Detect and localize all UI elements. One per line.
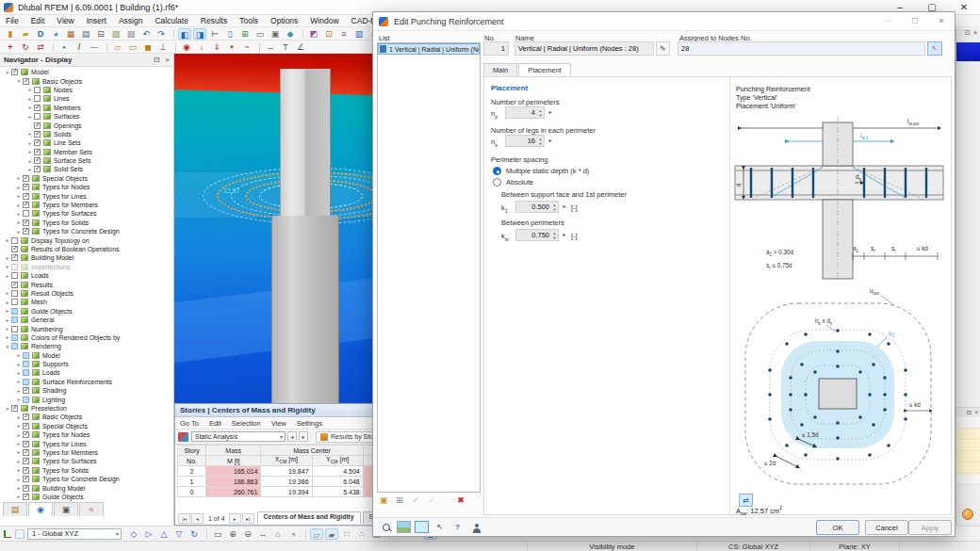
new-model-icon[interactable]: ▮: [4, 28, 17, 40]
checkbox[interactable]: [34, 113, 41, 120]
new-item-icon[interactable]: ▣: [377, 494, 390, 506]
tree-item[interactable]: ▸ Surfaces: [0, 112, 173, 121]
rotate-icon[interactable]: ↻: [19, 41, 32, 53]
prev-case-button[interactable]: ◂: [287, 431, 297, 442]
close-icon[interactable]: ×: [928, 12, 955, 30]
pick-nodes-button[interactable]: ↖: [927, 41, 942, 56]
expander-icon[interactable]: ▸: [15, 219, 23, 225]
checkbox[interactable]: [34, 149, 41, 155]
tree-item[interactable]: ▸ Types for Members: [0, 201, 173, 209]
view-in-y-icon[interactable]: △: [157, 528, 171, 540]
ksr-spinner[interactable]: 0.750 ▴▾: [515, 229, 559, 241]
tree-item[interactable]: ▸ Types for Nodes: [0, 430, 173, 439]
close-icon[interactable]: ×: [165, 56, 170, 64]
imperfection-icon[interactable]: ~: [240, 41, 253, 53]
separator[interactable]: [106, 42, 107, 52]
spinner-arrows-icon[interactable]: ▴▾: [551, 231, 558, 240]
expander-icon[interactable]: ▸: [26, 149, 34, 154]
expander-icon[interactable]: ▸: [15, 388, 23, 394]
support-contact-icon[interactable]: [468, 521, 482, 533]
tree-item[interactable]: ▸ General: [0, 316, 173, 324]
apply-button[interactable]: Apply: [908, 520, 952, 535]
open-file-icon[interactable]: ▰: [19, 28, 32, 40]
redo-icon[interactable]: ↷: [155, 28, 168, 40]
expander-icon[interactable]: ▸: [15, 229, 23, 235]
tree-item[interactable]: ▸ Types for Lines: [0, 191, 173, 200]
spinner-arrows-icon[interactable]: ▴▾: [537, 108, 544, 118]
panel-icon[interactable]: ▣: [269, 28, 282, 40]
expander-icon[interactable]: ▸: [15, 414, 23, 420]
expander-icon[interactable]: ▸: [4, 308, 11, 314]
expander-icon[interactable]: ▸: [4, 300, 11, 305]
radio-multiple-label[interactable]: Multiple static depth (k * d): [506, 167, 589, 175]
rename-button[interactable]: ✎: [656, 41, 670, 56]
expander-icon[interactable]: ▸: [15, 362, 23, 367]
checkbox[interactable]: [11, 69, 18, 75]
expander-icon[interactable]: ▸: [4, 317, 11, 323]
tree-item[interactable]: ▸ Types for Members: [0, 448, 173, 457]
tree-item[interactable]: ▾ Model: [0, 68, 173, 76]
separator[interactable]: [173, 29, 174, 39]
checkbox[interactable]: [11, 334, 18, 341]
archive-icon[interactable]: ▦: [64, 28, 77, 40]
cell-xcm[interactable]: 19.394: [261, 487, 312, 497]
checkbox[interactable]: [23, 210, 29, 217]
analysis-select[interactable]: Static Analysis ▾: [191, 431, 286, 442]
expander-icon[interactable]: ▸: [15, 379, 23, 384]
tree-item[interactable]: ▸ Building Model: [0, 483, 173, 492]
navigator-tab-display[interactable]: ◉: [28, 502, 53, 516]
zoom-window-icon[interactable]: ▭: [211, 528, 224, 540]
expander-icon[interactable]: ▸: [26, 131, 34, 137]
cancel-button[interactable]: Cancel: [865, 520, 908, 535]
col-header-mass-center[interactable]: Mass Center: [261, 446, 363, 456]
dlubal-center-icon[interactable]: D: [34, 28, 47, 40]
spinner-arrows-icon[interactable]: ▴▾: [537, 137, 544, 146]
tree-item[interactable]: ▸ Building Model: [0, 253, 173, 262]
checkbox[interactable]: [23, 494, 29, 500]
tree-item[interactable]: ▸ Types for Surfaces: [0, 209, 173, 218]
tree-item[interactable]: ▸ Numbering: [0, 324, 173, 332]
pin-icon[interactable]: ⊡: [154, 56, 160, 64]
surface-load-icon[interactable]: ▼: [225, 41, 238, 53]
expander-icon[interactable]: ▸: [15, 203, 23, 208]
tree-item[interactable]: ▸ Surface Reinforcements: [0, 378, 173, 386]
expander-icon[interactable]: ▸: [15, 211, 23, 217]
tree-item[interactable]: ▸ Basic Objects: [0, 413, 173, 421]
checkbox[interactable]: [11, 246, 18, 252]
panel-menu-item[interactable]: Edit: [209, 419, 221, 428]
checkbox[interactable]: [23, 387, 29, 394]
nodal-load-icon[interactable]: ↓: [195, 41, 208, 53]
separator[interactable]: [259, 42, 260, 52]
checkbox[interactable]: [23, 379, 29, 385]
checkbox[interactable]: [23, 202, 29, 208]
tree-item[interactable]: ▸ Special Objects: [0, 422, 173, 430]
checkbox[interactable]: [23, 397, 29, 403]
tree-item[interactable]: ▸ Types for Surfaces: [0, 457, 173, 465]
expander-icon[interactable]: ▸: [15, 193, 23, 199]
checkbox[interactable]: [23, 413, 29, 420]
expander-icon[interactable]: ▸: [26, 96, 34, 102]
checkbox[interactable]: [23, 352, 29, 359]
measure-angle-icon[interactable]: ∠: [294, 41, 307, 53]
printout-report-icon[interactable]: ▧: [109, 28, 122, 40]
next-case-button[interactable]: ▸: [299, 431, 308, 442]
cell-mass[interactable]: 260.761: [206, 487, 261, 497]
surface-tool-icon[interactable]: ▱: [111, 41, 124, 53]
support-tool-icon[interactable]: ⊥: [156, 41, 170, 53]
expander-icon[interactable]: ▸: [15, 467, 23, 473]
zoom-out-icon[interactable]: ⊖: [241, 528, 254, 540]
expander-icon[interactable]: ▸: [15, 485, 23, 491]
expander-icon[interactable]: ▸: [15, 441, 23, 446]
checkbox[interactable]: [23, 449, 29, 456]
expander-icon[interactable]: ▸: [15, 423, 23, 429]
menu-item[interactable]: Results: [201, 16, 227, 25]
tab-main[interactable]: Main: [483, 63, 517, 77]
pin-icon[interactable]: ⊡: [965, 29, 971, 40]
zoom-in-icon[interactable]: ⊕: [226, 528, 239, 540]
checkbox[interactable]: [11, 343, 18, 349]
show-all-icon[interactable]: ⌂: [271, 528, 285, 540]
window-layout-2-icon[interactable]: ◨: [193, 28, 206, 40]
expander-icon[interactable]: ▸: [15, 370, 23, 376]
menu-item[interactable]: Edit: [31, 16, 45, 25]
checkbox[interactable]: [23, 175, 29, 182]
